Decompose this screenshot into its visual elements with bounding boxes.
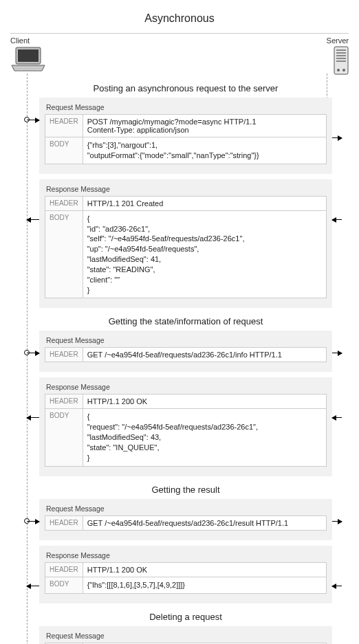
header-value: POST /mymagic/mymagic?mode=async HTTP/1.… <box>83 115 326 137</box>
message-caption: Request Message <box>46 632 327 640</box>
body-value: { "request": "/~e4a954fd-5eaf/requests/a… <box>83 409 326 466</box>
message-table: HEADERGET /~e4a954fd-5eaf/requests/ad236… <box>45 347 327 362</box>
header-label: HEADER <box>45 562 83 577</box>
message-table: HEADERHTTP/1.1 200 OKBODY{ "request": "/… <box>45 394 327 466</box>
arrow-from-server-icon <box>332 219 342 220</box>
message-caption: Response Message <box>46 185 327 193</box>
arrow-into-request-icon <box>27 120 39 120</box>
arrow-to-server-icon <box>332 353 342 353</box>
body-value: { "id": "ad236-26c1", "self": "/~e4a954f… <box>83 210 326 298</box>
header-value: HTTP/1.1 200 OK <box>83 395 326 409</box>
server-lane-label: Server <box>327 36 349 45</box>
header-label: HEADER <box>45 348 83 362</box>
laptop-icon <box>10 46 46 72</box>
arrow-to-server-icon <box>332 137 342 138</box>
section-heading: Getting the state/information of request <box>39 316 332 326</box>
body-label: BODY <box>45 210 83 298</box>
body-label: BODY <box>45 577 83 593</box>
svg-rect-7 <box>336 55 346 56</box>
section-heading: Getting the result <box>39 485 332 495</box>
body-value: {"lhs":[[[8,1,6],[3,5,7],[4,9,2]]]} <box>83 577 326 593</box>
message-caption: Request Message <box>46 336 327 344</box>
page-title: Asynchronous <box>10 12 349 25</box>
message-table: HEADERHTTP/1.1 200 OKBODY{"lhs":[[[8,1,6… <box>45 562 327 594</box>
arrow-to-client-icon <box>27 219 39 220</box>
svg-point-10 <box>337 69 340 71</box>
header-label: HEADER <box>45 196 83 210</box>
request-message: Request MessageHEADERGET /~e4a954fd-5eaf… <box>39 331 332 372</box>
request-message: Request MessageHEADERGET /~e4a954fd-5eaf… <box>39 499 332 540</box>
section-heading: Deleting a request <box>39 612 332 622</box>
svg-rect-6 <box>336 52 346 54</box>
client-lifeline <box>27 74 28 644</box>
arrow-into-request-icon <box>27 521 39 522</box>
header-value: HTTP/1.1 201 Created <box>83 196 326 210</box>
message-table: HEADERHTTP/1.1 201 CreatedBODY{ "id": "a… <box>45 196 327 299</box>
arrow-from-server-icon <box>332 586 342 586</box>
arrow-into-request-icon <box>27 353 39 353</box>
response-message: Response MessageHEADERHTTP/1.1 200 OKBOD… <box>39 546 332 603</box>
message-caption: Request Message <box>46 103 327 111</box>
message-table: HEADERPOST /mymagic/mymagic?mode=async H… <box>45 114 327 164</box>
header-label: HEADER <box>45 115 83 137</box>
message-caption: Response Message <box>46 551 327 559</box>
svg-rect-1 <box>18 49 39 62</box>
arrow-to-server-icon <box>332 521 342 522</box>
response-message: Response MessageHEADERHTTP/1.1 200 OKBOD… <box>39 377 332 476</box>
svg-rect-8 <box>336 58 346 59</box>
section-heading: Posting an asynchronous request to the s… <box>39 83 332 93</box>
header-value: GET /~e4a954fd-5eaf/requests/ad236-26c1/… <box>83 348 326 362</box>
body-value: {"rhs":[3],"nargout":1, "outputFormat":{… <box>83 137 326 164</box>
header-value: GET /~e4a954fd-5eaf/requests/ad236-26c1/… <box>83 515 326 530</box>
svg-rect-5 <box>336 49 346 51</box>
request-message: Request MessageHEADERPOST /mymagic/mymag… <box>39 98 332 174</box>
header-label: HEADER <box>45 395 83 409</box>
arrow-from-server-icon <box>332 417 342 418</box>
divider <box>10 33 349 34</box>
body-label: BODY <box>45 409 83 466</box>
request-message: Request MessageHEADERDELETE /~e4a954fd-5… <box>39 626 332 645</box>
message-caption: Response Message <box>46 383 327 391</box>
svg-rect-9 <box>336 60 346 62</box>
message-caption: Request Message <box>46 504 327 513</box>
header-value: HTTP/1.1 200 OK <box>83 562 326 577</box>
response-message: Response MessageHEADERHTTP/1.1 201 Creat… <box>39 179 332 309</box>
client-lane-label: Client <box>10 36 30 45</box>
arrow-to-client-icon <box>27 586 39 586</box>
header-label: HEADER <box>45 515 83 530</box>
svg-point-11 <box>342 69 345 71</box>
server-icon <box>334 46 349 75</box>
arrow-to-client-icon <box>27 417 39 418</box>
body-label: BODY <box>45 137 83 164</box>
message-table: HEADERGET /~e4a954fd-5eaf/requests/ad236… <box>45 515 327 531</box>
